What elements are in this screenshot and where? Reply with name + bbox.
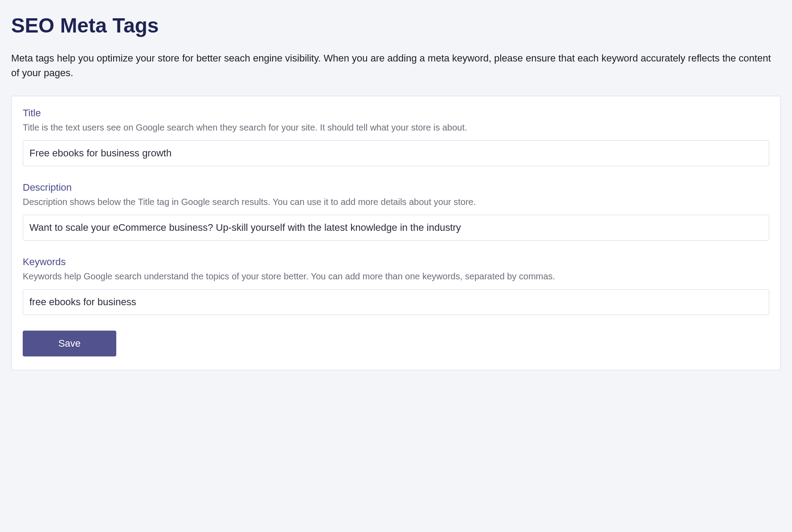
page-title: SEO Meta Tags: [11, 13, 781, 37]
save-button[interactable]: Save: [23, 331, 116, 356]
seo-form-card: Title Title is the text users see on Goo…: [11, 96, 781, 370]
title-label: Title: [23, 107, 769, 119]
title-field-group: Title Title is the text users see on Goo…: [23, 107, 769, 166]
description-label: Description: [23, 182, 769, 193]
description-help-text: Description shows below the Title tag in…: [23, 196, 769, 208]
keywords-help-text: Keywords help Google search understand t…: [23, 270, 769, 282]
page-description: Meta tags help you optimize your store f…: [11, 51, 781, 80]
description-field-group: Description Description shows below the …: [23, 182, 769, 241]
keywords-field-group: Keywords Keywords help Google search und…: [23, 256, 769, 315]
title-help-text: Title is the text users see on Google se…: [23, 121, 769, 134]
title-input[interactable]: [23, 140, 769, 166]
keywords-input[interactable]: [23, 289, 769, 315]
keywords-label: Keywords: [23, 256, 769, 268]
description-input[interactable]: [23, 215, 769, 241]
